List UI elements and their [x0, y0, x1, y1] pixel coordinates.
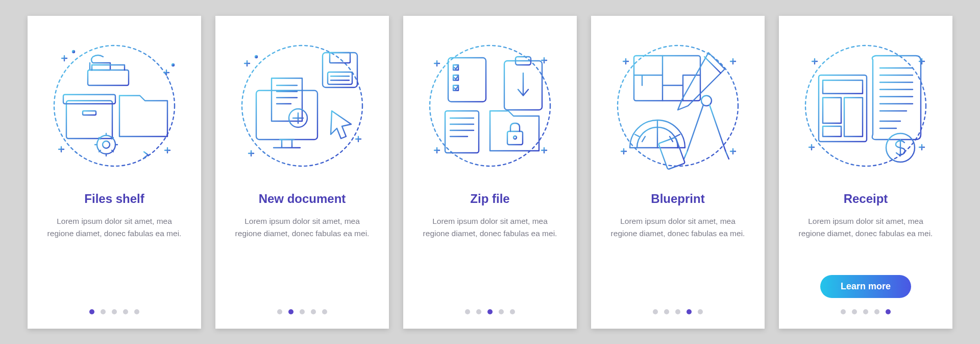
- dot[interactable]: [687, 309, 692, 314]
- blueprint-icon: [606, 34, 749, 177]
- pagination-dots: [277, 309, 327, 314]
- card-title: Zip file: [470, 192, 509, 206]
- onboarding-card-receipt: Receipt Lorem ipsum dolor sit amet, mea …: [779, 16, 952, 329]
- dot[interactable]: [874, 309, 879, 314]
- card-title: New document: [259, 192, 346, 206]
- dot[interactable]: [675, 309, 680, 314]
- dot[interactable]: [277, 309, 282, 314]
- pagination-dots: [653, 309, 703, 314]
- new-document-icon: [231, 34, 374, 177]
- svg-rect-34: [844, 98, 863, 136]
- svg-rect-29: [658, 137, 685, 169]
- dot[interactable]: [653, 309, 658, 314]
- svg-rect-33: [823, 98, 841, 123]
- svg-point-28: [701, 96, 712, 106]
- svg-point-8: [103, 141, 110, 148]
- svg-rect-35: [823, 126, 841, 136]
- svg-point-30: [805, 45, 926, 166]
- card-description: Lorem ipsum dolor sit amet, mea regione …: [794, 215, 937, 240]
- dot[interactable]: [134, 309, 139, 314]
- card-title: Files shelf: [84, 192, 144, 206]
- pagination-dots: [841, 309, 891, 314]
- dot[interactable]: [664, 309, 669, 314]
- svg-rect-24: [507, 131, 523, 145]
- svg-rect-23: [445, 111, 479, 153]
- zip-file-icon: [419, 34, 561, 177]
- card-description: Lorem ipsum dolor sit amet, mea regione …: [606, 215, 749, 240]
- dot[interactable]: [123, 309, 128, 314]
- svg-rect-4: [66, 101, 112, 139]
- onboarding-card-new-document: New document Lorem ipsum dolor sit amet,…: [215, 16, 389, 329]
- card-description: Lorem ipsum dolor sit amet, mea regione …: [43, 215, 186, 240]
- card-description: Lorem ipsum dolor sit amet, mea regione …: [231, 215, 374, 240]
- dot[interactable]: [487, 309, 493, 314]
- svg-rect-3: [88, 70, 129, 85]
- dot[interactable]: [89, 309, 94, 314]
- svg-point-2: [172, 64, 174, 66]
- dot[interactable]: [288, 309, 293, 314]
- svg-rect-32: [823, 80, 863, 94]
- card-title: Receipt: [844, 192, 888, 206]
- dot[interactable]: [476, 309, 481, 314]
- onboarding-card-blueprint: Blueprint Lorem ipsum dolor sit amet, me…: [591, 16, 765, 329]
- card-description: Lorem ipsum dolor sit amet, mea regione …: [419, 215, 561, 240]
- files-shelf-icon: [43, 34, 186, 177]
- pagination-dots: [465, 309, 515, 314]
- svg-point-10: [255, 56, 257, 58]
- dot[interactable]: [499, 309, 504, 314]
- receipt-icon: [794, 34, 937, 177]
- dot[interactable]: [698, 309, 703, 314]
- svg-rect-6: [83, 111, 96, 115]
- dot[interactable]: [300, 309, 305, 314]
- svg-rect-31: [819, 75, 867, 142]
- onboarding-card-zip-file: Zip file Lorem ipsum dolor sit amet, mea…: [403, 16, 577, 329]
- dot[interactable]: [311, 309, 316, 314]
- onboarding-card-files-shelf: Files shelf Lorem ipsum dolor sit amet, …: [28, 16, 201, 329]
- dot[interactable]: [841, 309, 846, 314]
- dot[interactable]: [510, 309, 515, 314]
- dot[interactable]: [852, 309, 857, 314]
- dot[interactable]: [101, 309, 106, 314]
- svg-rect-13: [328, 72, 352, 84]
- svg-rect-27: [634, 56, 700, 101]
- dot[interactable]: [322, 309, 327, 314]
- dot[interactable]: [886, 309, 891, 314]
- svg-point-1: [72, 51, 75, 53]
- dot[interactable]: [465, 309, 470, 314]
- learn-more-button[interactable]: Learn more: [820, 275, 911, 298]
- dot[interactable]: [112, 309, 117, 314]
- dot[interactable]: [863, 309, 868, 314]
- card-title: Blueprint: [651, 192, 704, 206]
- svg-rect-5: [63, 95, 115, 104]
- pagination-dots: [89, 309, 139, 314]
